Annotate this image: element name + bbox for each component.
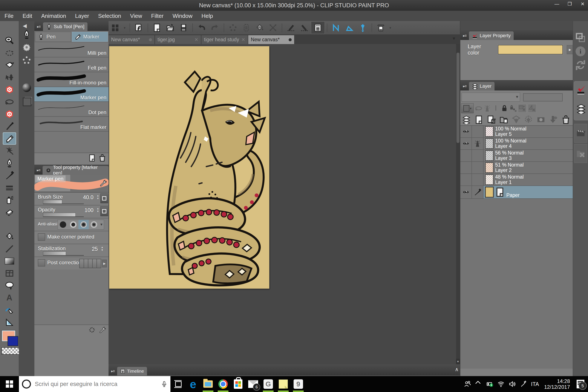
timeline-tab[interactable]: Timeline bbox=[117, 367, 147, 376]
show-hidden-icons-chevron[interactable] bbox=[473, 376, 484, 392]
layer-thumbnail[interactable] bbox=[485, 150, 494, 161]
open-clip-studio-icon[interactable] bbox=[132, 22, 146, 34]
aa-none-button[interactable] bbox=[58, 220, 68, 229]
change-layer-color-icon[interactable] bbox=[462, 116, 471, 124]
open-file-icon[interactable] bbox=[164, 22, 177, 34]
create-layer-mask-icon[interactable] bbox=[537, 116, 545, 124]
menu-window[interactable]: Window bbox=[168, 13, 197, 19]
layer-dock-icon[interactable] bbox=[576, 104, 586, 114]
volume-tray-icon[interactable] bbox=[506, 376, 518, 392]
layer-visibility-toggle[interactable] bbox=[460, 138, 472, 149]
layer-thumbnail[interactable] bbox=[485, 138, 494, 149]
vertical-scrollbar[interactable]: ▼ bbox=[456, 44, 460, 364]
close-tab-icon[interactable]: ✕ bbox=[241, 37, 245, 42]
store-taskbar-icon[interactable] bbox=[230, 376, 246, 392]
panel-menu-icon[interactable]: ▸≡ bbox=[460, 82, 469, 90]
tab-tiger-jpg[interactable]: tiger.jpg✕ bbox=[155, 35, 201, 44]
apply-mask-icon[interactable] bbox=[549, 116, 558, 124]
line-tool[interactable] bbox=[3, 243, 16, 255]
material-sphere-icon[interactable] bbox=[22, 84, 31, 92]
layer-row-2[interactable]: 51 %Normal Layer 2 bbox=[460, 162, 573, 174]
pen-tool[interactable] bbox=[3, 157, 16, 169]
paper-color-thumbnail[interactable] bbox=[485, 187, 494, 197]
object-tool[interactable] bbox=[3, 108, 16, 120]
subtool-panel-tab[interactable]: Sub Tool [Pen] bbox=[43, 22, 88, 31]
balloon-tool[interactable] bbox=[3, 280, 16, 292]
operation-tool[interactable] bbox=[3, 84, 16, 96]
scale-rotate-icon[interactable] bbox=[266, 22, 280, 34]
advanced-settings-wrench-icon[interactable] bbox=[99, 326, 106, 334]
pen-tray-icon[interactable] bbox=[518, 376, 529, 392]
gradient-tool[interactable] bbox=[3, 255, 16, 267]
subtool-item-flat-marker[interactable]: Flat marker bbox=[34, 117, 108, 132]
chrome-taskbar-icon[interactable] bbox=[216, 376, 230, 392]
dotted-pen-icon[interactable] bbox=[22, 56, 32, 65]
airbrush-tool[interactable] bbox=[3, 194, 16, 206]
language-indicator[interactable]: ITA bbox=[529, 381, 541, 387]
information-icon[interactable]: i bbox=[576, 46, 586, 56]
tab-list-dropdown-icon[interactable]: ▼ bbox=[452, 36, 456, 41]
transfer-to-lower-layer-icon[interactable] bbox=[512, 116, 520, 124]
thumbnail-size-dropdown[interactable]: ▾ bbox=[461, 103, 474, 113]
canvas-document[interactable] bbox=[109, 46, 269, 289]
post-correction-level[interactable] bbox=[79, 259, 101, 268]
snap-to-special-ruler-icon[interactable] bbox=[343, 22, 356, 34]
tab-marker[interactable]: Marker bbox=[72, 32, 108, 42]
layer-color-swatch[interactable] bbox=[498, 45, 563, 54]
rotate-canvas-tool[interactable] bbox=[3, 47, 16, 59]
marker-tool[interactable] bbox=[3, 132, 16, 145]
microphone-icon[interactable] bbox=[161, 381, 168, 387]
aa-weak-button[interactable] bbox=[68, 220, 78, 229]
enable-ruler-icon[interactable] bbox=[528, 104, 536, 112]
clip-to-layer-below-icon[interactable] bbox=[518, 104, 526, 112]
panel-menu-icon[interactable]: ▸≡ bbox=[34, 166, 42, 174]
layer-row-4[interactable]: 100 %Normal Layer 4 bbox=[460, 138, 573, 150]
eyedropper-tool[interactable] bbox=[3, 120, 16, 132]
new-file-icon[interactable] bbox=[150, 22, 164, 34]
reselect-icon[interactable] bbox=[240, 22, 253, 34]
pen-settings-icon[interactable] bbox=[22, 42, 32, 52]
tab-new-canvas-1[interactable]: New canvas* bbox=[108, 35, 155, 44]
aa-dropdown-arrow[interactable]: ▼ bbox=[99, 220, 104, 229]
menu-layer[interactable]: Layer bbox=[70, 13, 94, 19]
subtool-item-felt-pen[interactable]: Felt pen bbox=[34, 58, 108, 72]
brush-preview[interactable]: Marker pen bbox=[34, 174, 108, 192]
opacity-dynamics-button[interactable] bbox=[100, 206, 108, 216]
restore-button[interactable]: ❐ bbox=[566, 1, 574, 7]
line-correction-tool[interactable] bbox=[3, 304, 16, 316]
material-dock-box[interactable] bbox=[574, 144, 587, 163]
layer-thumbnail[interactable] bbox=[485, 174, 494, 185]
menu-view[interactable]: View bbox=[126, 13, 146, 19]
brush-size-slider[interactable] bbox=[43, 200, 75, 204]
sync-settings-icon[interactable] bbox=[576, 60, 586, 70]
eraser-tool[interactable] bbox=[3, 206, 16, 218]
merge-with-lower-layer-icon[interactable] bbox=[524, 116, 533, 124]
lock-transparent-pixels-icon[interactable] bbox=[509, 105, 517, 112]
subtool-item-milli-pen[interactable]: Milli pen bbox=[34, 42, 108, 58]
zoom-tool[interactable] bbox=[3, 34, 16, 47]
layer-thumbnail[interactable] bbox=[485, 162, 494, 173]
search-input[interactable] bbox=[34, 380, 158, 388]
people-tray-icon[interactable] bbox=[462, 376, 473, 392]
subtool-item-fill-in-mono-pen[interactable]: Fill-in-mono pen bbox=[34, 72, 108, 87]
ruler-tool[interactable] bbox=[3, 316, 16, 328]
snap-to-ruler-icon[interactable] bbox=[330, 22, 343, 34]
grid-icon[interactable] bbox=[311, 22, 325, 34]
snap-border-icon[interactable] bbox=[284, 22, 298, 34]
tile-dropdown-arrow[interactable]: ▾ bbox=[122, 26, 128, 30]
canvas-windows-icon[interactable] bbox=[576, 33, 586, 42]
layer-row-3[interactable]: 56 %Normal Layer 3 bbox=[460, 150, 573, 162]
panel-menu-icon[interactable]: ▸≡ bbox=[34, 22, 43, 31]
panel-menu-icon[interactable]: ▸≡ bbox=[108, 367, 117, 376]
layer-row-1[interactable]: 48 %Normal Layer 1 bbox=[460, 174, 573, 186]
wifi-tray-icon[interactable] bbox=[495, 376, 506, 392]
transparent-color-swatch[interactable] bbox=[2, 347, 21, 354]
menu-selection[interactable]: Selection bbox=[94, 13, 126, 19]
figure-tool[interactable] bbox=[3, 182, 16, 194]
action-center-button[interactable]: 5 bbox=[573, 376, 588, 392]
layer-row-paper[interactable]: Paper bbox=[460, 186, 573, 199]
layer-color-arrow[interactable]: ▶ bbox=[567, 45, 573, 54]
subtool-item-marker-pen[interactable]: Marker pen bbox=[34, 87, 108, 102]
start-button[interactable] bbox=[0, 376, 19, 392]
undo-icon[interactable] bbox=[195, 22, 208, 34]
